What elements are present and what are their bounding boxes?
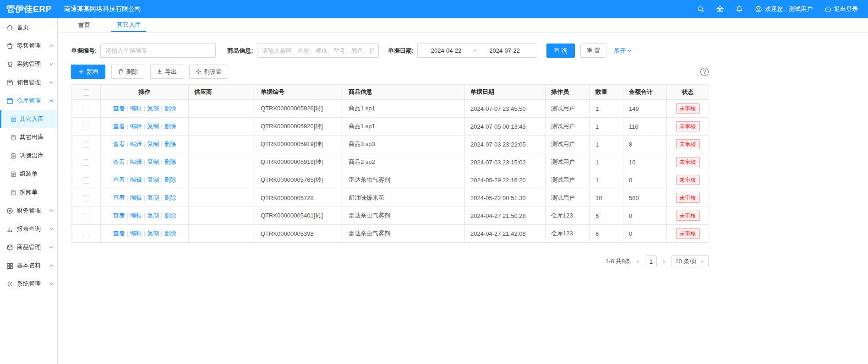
copy-link[interactable]: 复制: [147, 212, 159, 219]
sidebar-item-purchase[interactable]: 采购管理: [0, 55, 57, 73]
cell-amount: 10: [623, 153, 667, 171]
table-row: 查看|编辑|复制|删除 QTRK00000005918[转] 商品2 sp2 2…: [71, 153, 709, 171]
expand-link[interactable]: 展开: [614, 47, 632, 55]
view-link[interactable]: 查看: [113, 176, 125, 183]
doc-icon: [11, 135, 16, 141]
sidebar-item-home[interactable]: 首页: [0, 18, 57, 37]
edit-link[interactable]: 编辑: [130, 194, 142, 201]
view-link[interactable]: 查看: [113, 212, 125, 219]
help-icon[interactable]: ?: [700, 68, 709, 76]
cell-qty: 1: [590, 100, 623, 118]
delete-link[interactable]: 删除: [164, 212, 176, 219]
order-no-input[interactable]: [100, 43, 216, 58]
edit-link[interactable]: 编辑: [130, 141, 142, 147]
sidebar-subitem-other-outbound[interactable]: 其它出库: [0, 128, 57, 147]
prev-page-icon[interactable]: [635, 259, 640, 264]
copy-link[interactable]: 复制: [147, 176, 159, 183]
row-checkbox[interactable]: [83, 213, 89, 219]
col-operator: 操作员: [546, 85, 590, 100]
cell-qty: 1: [590, 171, 623, 189]
search-button[interactable]: 查 询: [546, 43, 575, 58]
tab-other-inbound[interactable]: 其它入库: [111, 18, 146, 32]
delete-button[interactable]: 删除: [111, 65, 144, 79]
edit-link[interactable]: 编辑: [130, 105, 142, 112]
cell-supplier: [189, 207, 255, 225]
copy-link[interactable]: 复制: [147, 141, 159, 147]
sidebar-subitem-transfer-outbound[interactable]: 调拨出库: [0, 147, 57, 165]
edit-link[interactable]: 编辑: [130, 176, 142, 183]
status-badge: 未审核: [676, 139, 700, 149]
delete-link[interactable]: 删除: [164, 158, 176, 165]
date-from-input[interactable]: [420, 47, 472, 54]
logout-button[interactable]: 退出登录: [824, 5, 858, 13]
current-page-button[interactable]: 1: [645, 255, 657, 267]
row-checkbox[interactable]: [83, 106, 89, 112]
row-checkbox[interactable]: [83, 124, 89, 130]
sidebar-subitem-assembly[interactable]: 组装单: [0, 165, 57, 183]
row-checkbox[interactable]: [83, 195, 89, 201]
delete-link[interactable]: 删除: [164, 194, 176, 201]
copy-link[interactable]: 复制: [147, 123, 159, 130]
sidebar-item-finance[interactable]: 财务管理: [0, 201, 57, 220]
cell-product: 奶油味爆米花: [343, 189, 465, 207]
product-info-input[interactable]: [257, 43, 379, 58]
cell-amount: 0: [623, 207, 667, 225]
edit-link[interactable]: 编辑: [130, 212, 142, 219]
page-size-select[interactable]: 10 条/页: [671, 255, 709, 267]
edit-link[interactable]: 编辑: [130, 230, 142, 237]
delete-link[interactable]: 删除: [164, 230, 176, 237]
delete-link[interactable]: 删除: [164, 176, 176, 183]
search-icon[interactable]: [697, 5, 704, 13]
sidebar-item-system[interactable]: 系统管理: [0, 275, 57, 293]
row-checkbox[interactable]: [83, 177, 89, 184]
sidebar-subitem-other-inbound[interactable]: 其它入库: [0, 110, 57, 128]
copy-link[interactable]: 复制: [147, 194, 159, 201]
column-settings-button[interactable]: 列设置: [189, 65, 228, 79]
sidebar-item-sales[interactable]: 销售管理: [0, 73, 57, 92]
sidebar-item-retail[interactable]: 零售管理: [0, 37, 57, 55]
row-checkbox[interactable]: [83, 141, 89, 148]
view-link[interactable]: 查看: [113, 123, 125, 130]
edit-link[interactable]: 编辑: [130, 123, 142, 130]
view-link[interactable]: 查看: [113, 158, 125, 165]
next-page-icon[interactable]: [661, 259, 666, 264]
bank-icon[interactable]: [716, 5, 724, 13]
app-header: 管伊佳ERP 南通某某网络科技有限公司 欢迎您，测试用户 退出登录: [0, 0, 868, 18]
edit-link[interactable]: 编辑: [130, 158, 142, 165]
copy-link[interactable]: 复制: [147, 230, 159, 237]
cell-product: 商品2 sp2: [343, 153, 465, 171]
row-checkbox[interactable]: [83, 159, 89, 166]
sidebar-item-basic-data[interactable]: 基本资料: [0, 256, 57, 275]
copy-link[interactable]: 复制: [147, 158, 159, 165]
view-link[interactable]: 查看: [113, 105, 125, 112]
sidebar-subitem-disassembly[interactable]: 拆卸单: [0, 183, 57, 201]
welcome-user[interactable]: 欢迎您，测试用户: [755, 5, 813, 13]
view-link[interactable]: 查看: [113, 141, 125, 147]
doc-icon: [11, 190, 16, 196]
view-link[interactable]: 查看: [113, 230, 125, 237]
select-all-checkbox[interactable]: [83, 89, 89, 96]
delete-link[interactable]: 删除: [164, 123, 176, 130]
cell-supplier: [189, 136, 255, 153]
date-to-input[interactable]: [479, 47, 530, 54]
reset-button[interactable]: 重 置: [580, 43, 607, 58]
tab-home[interactable]: 首页: [73, 18, 96, 32]
cell-order-no: QTRK00000005918[转]: [255, 153, 343, 171]
cell-order-no: QTRK00000005919[转]: [255, 136, 343, 153]
row-checkbox[interactable]: [83, 231, 89, 237]
cell-amount: 0: [623, 171, 667, 189]
col-supplier: 供应商: [189, 85, 255, 100]
bell-icon[interactable]: [736, 5, 743, 13]
copy-link[interactable]: 复制: [147, 105, 159, 112]
sidebar-item-products[interactable]: 商品管理: [0, 238, 57, 256]
export-button[interactable]: 导出: [150, 65, 183, 79]
date-range-picker[interactable]: ~: [417, 43, 537, 58]
sidebar-item-reports[interactable]: 报表查询: [0, 220, 57, 238]
delete-link[interactable]: 删除: [164, 105, 176, 112]
row-actions: 查看|编辑|复制|删除: [101, 207, 189, 225]
cell-date: 2024-05-22 00:51:30: [465, 189, 546, 207]
delete-link[interactable]: 删除: [164, 141, 176, 147]
add-button[interactable]: 新增: [71, 65, 105, 79]
view-link[interactable]: 查看: [113, 194, 125, 201]
sidebar-item-warehouse[interactable]: 仓库管理: [0, 92, 57, 110]
